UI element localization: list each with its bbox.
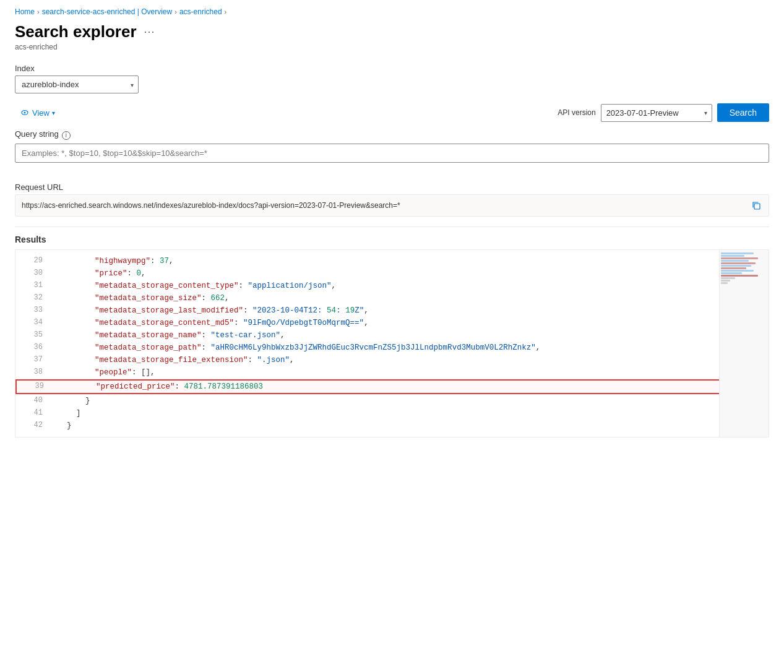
- request-url-box: https://acs-enriched.search.windows.net/…: [15, 194, 769, 217]
- minimap: [719, 250, 769, 437]
- view-button[interactable]: View ▾: [15, 105, 60, 120]
- view-chevron-icon: ▾: [52, 110, 55, 116]
- code-line: 41 ]: [15, 407, 769, 420]
- line-number: 40: [23, 395, 43, 407]
- line-content: }: [58, 420, 761, 432]
- query-string-section: Query string i: [15, 129, 769, 173]
- copy-url-button[interactable]: [750, 199, 762, 212]
- code-line: 37 "metadata_storage_file_extension": ".…: [15, 354, 769, 366]
- api-version-select-wrapper: 2023-07-01-Preview2023-10-01-Preview2021…: [601, 104, 712, 122]
- code-line: 29 "highwaympg": 37,: [15, 255, 769, 267]
- more-options-button[interactable]: ···: [142, 25, 158, 38]
- index-section: Index azureblob-index ▾: [15, 64, 769, 93]
- code-line: 38 "people": [],: [15, 366, 769, 379]
- code-line: 31 "metadata_storage_content_type": "app…: [15, 280, 769, 292]
- info-icon: i: [62, 131, 71, 140]
- line-content: "metadata_storage_file_extension": ".jso…: [58, 354, 761, 366]
- request-url-text: https://acs-enriched.search.windows.net/…: [22, 201, 745, 210]
- eye-icon: [20, 108, 30, 118]
- results-container: 29 "highwaympg": 37,30 "price": 0,31 "me…: [15, 249, 769, 437]
- code-line: 32 "metadata_storage_size": 662,: [15, 292, 769, 304]
- line-content: "highwaympg": 37,: [58, 255, 761, 267]
- line-number: 42: [23, 420, 43, 431]
- line-number: 34: [23, 317, 43, 329]
- line-number: 33: [23, 304, 43, 316]
- results-section: Results 29 "highwaympg": 37,30 "price": …: [15, 235, 769, 437]
- query-string-label: Query string: [15, 129, 59, 139]
- code-line: 30 "price": 0,: [15, 267, 769, 280]
- page-title: Search explorer: [15, 22, 137, 41]
- code-line: 36 "metadata_storage_path": "aHR0cHM6Ly9…: [15, 342, 769, 354]
- query-label-row: Query string i: [15, 129, 769, 141]
- view-label: View: [32, 108, 50, 118]
- search-button[interactable]: Search: [717, 103, 769, 122]
- line-number: 36: [23, 342, 43, 353]
- results-label: Results: [15, 235, 769, 244]
- divider: [15, 226, 769, 227]
- line-number: 29: [23, 255, 43, 267]
- line-content: ]: [58, 407, 761, 420]
- line-content: "metadata_storage_name": "test-car.json"…: [58, 329, 761, 342]
- query-string-input[interactable]: [15, 144, 769, 163]
- code-line: 39 "predicted_price": 4781.787391186803: [15, 379, 769, 394]
- svg-point-1: [24, 112, 26, 114]
- api-version-label: API version: [558, 108, 595, 117]
- line-number: 37: [23, 354, 43, 366]
- line-content: "metadata_storage_content_md5": "9lFmQo/…: [58, 317, 761, 329]
- line-content: "metadata_storage_last_modified": "2023-…: [58, 304, 761, 317]
- breadcrumb-resource[interactable]: acs-enriched: [179, 7, 222, 16]
- code-line: 33 "metadata_storage_last_modified": "20…: [15, 304, 769, 317]
- request-url-section: Request URL https://acs-enriched.search.…: [15, 183, 769, 217]
- index-select-wrapper: azureblob-index ▾: [15, 75, 139, 93]
- svg-rect-2: [754, 204, 760, 209]
- code-line: 40 }: [15, 395, 769, 407]
- page-title-row: Search explorer ···: [15, 22, 769, 41]
- line-number: 30: [23, 267, 43, 279]
- request-url-label: Request URL: [15, 183, 769, 192]
- line-number: 35: [23, 329, 43, 341]
- code-block: 29 "highwaympg": 37,30 "price": 0,31 "me…: [15, 250, 769, 437]
- breadcrumb-service[interactable]: search-service-acs-enriched | Overview: [42, 7, 173, 16]
- line-content: "metadata_storage_size": 662,: [58, 292, 761, 304]
- code-line: 42 }: [15, 420, 769, 432]
- index-label: Index: [15, 64, 769, 73]
- line-content: "metadata_storage_content_type": "applic…: [58, 280, 761, 292]
- minimap-content: [720, 250, 769, 287]
- line-content: "price": 0,: [58, 267, 761, 280]
- line-number: 32: [23, 292, 43, 304]
- line-content: "predicted_price": 4781.787391186803: [59, 381, 760, 393]
- api-version-select[interactable]: 2023-07-01-Preview2023-10-01-Preview2021…: [601, 104, 712, 122]
- code-line: 35 "metadata_storage_name": "test-car.js…: [15, 329, 769, 342]
- line-number: 31: [23, 280, 43, 291]
- page-subtitle: acs-enriched: [15, 43, 769, 51]
- toolbar-row: View ▾ API version 2023-07-01-Preview202…: [15, 103, 769, 122]
- index-select[interactable]: azureblob-index: [15, 75, 139, 93]
- breadcrumb: Home › search-service-acs-enriched | Ove…: [15, 7, 769, 16]
- line-number: 41: [23, 407, 43, 419]
- line-number: 39: [24, 381, 44, 392]
- breadcrumb-home[interactable]: Home: [15, 7, 35, 16]
- line-content: "people": [],: [58, 366, 761, 379]
- line-content: "metadata_storage_path": "aHR0cHM6Ly9hbW…: [58, 342, 761, 354]
- copy-icon: [751, 200, 761, 210]
- code-line: 34 "metadata_storage_content_md5": "9lFm…: [15, 317, 769, 329]
- line-number: 38: [23, 366, 43, 378]
- line-content: }: [58, 395, 761, 407]
- api-version-group: API version 2023-07-01-Preview2023-10-01…: [558, 103, 769, 122]
